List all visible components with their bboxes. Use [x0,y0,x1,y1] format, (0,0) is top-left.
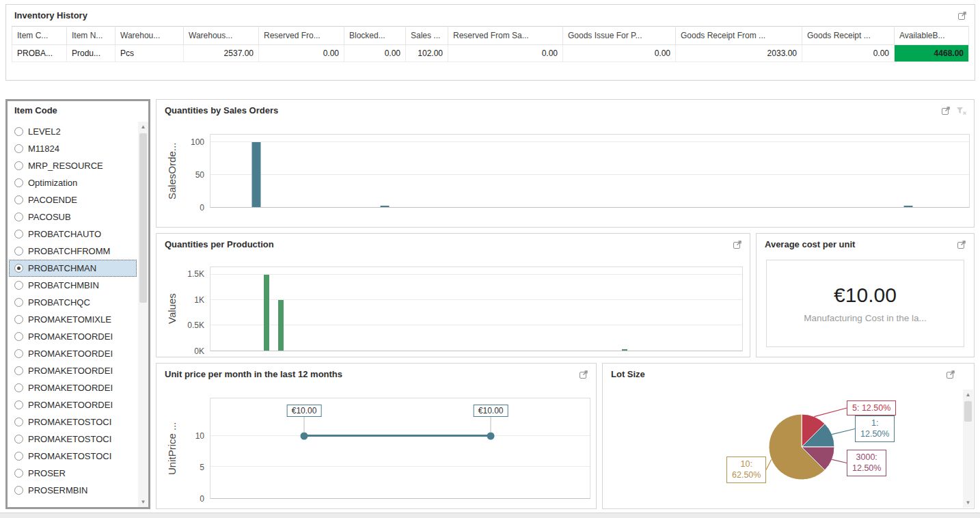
item-code-option[interactable]: MRP_RESOURCE [9,157,137,174]
y-axis-ticks: 0510 [178,398,210,499]
item-code-option[interactable]: PROSER [9,465,137,482]
radio-icon [14,264,23,273]
pie-label-5: 5: 12.50% [847,400,896,415]
production-chart-panel: Quantities per Production Values 0K0.5K1… [156,233,750,357]
item-code-option[interactable]: LEVEL2 [9,123,137,140]
lot-size-header: Lot Size [603,364,974,380]
item-code-option[interactable]: PROBATCHQC [9,294,137,311]
item-code-option[interactable]: PACOENDE [9,191,137,208]
bar[interactable] [904,206,913,207]
item-code-option[interactable]: PROMAKETOORDEI [9,396,137,413]
column-header-reserved-from-sales[interactable]: Reserved From Sa... [448,27,563,45]
item-code-option[interactable]: Optimization [9,174,137,191]
export-icon[interactable] [732,239,743,250]
export-icon[interactable] [945,369,956,380]
column-header-available[interactable]: AvailableB... [895,27,969,45]
production-header: Quantities per Production [156,234,750,250]
sales-orders-header: Quantities by Sales Orders [156,100,974,116]
scroll-thumb[interactable] [964,401,972,422]
bar[interactable] [251,142,260,207]
clear-filter-icon[interactable] [955,105,967,116]
radio-icon [14,195,23,204]
item-code-option[interactable]: PACOSUB [9,208,137,226]
column-header-item-code[interactable]: Item C... [12,27,67,45]
item-code-option[interactable]: PROMAKETOSTOCI [9,431,137,448]
column-header-warehouse-uom[interactable]: Warehou... [115,27,184,45]
item-code-option[interactable]: PROMAKETOSTOCI [9,448,137,465]
radio-icon [14,230,23,238]
column-header-goods-receipt[interactable]: Goods Receipt ... [802,27,895,45]
item-code-list: LEVEL2M11824MRP_RESOURCEOptimizationPACO… [9,123,137,506]
panel-title: Quantities by Sales Orders [165,105,278,115]
item-code-option[interactable]: PROMAKETOORDEI [9,345,137,362]
column-header-reserved-from[interactable]: Reserved Fro... [259,27,344,45]
lot-size-chart-panel: Lot Size 5: 12.50% 1:12.50% 3000:12.50% … [602,363,975,509]
label-leader-line [491,417,491,432]
radio-icon [14,486,23,495]
radio-icon [14,213,23,221]
y-tick-label: 1K [194,295,204,305]
column-header-item-name[interactable]: Item N... [67,27,115,45]
column-header-goods-issue[interactable]: Goods Issue For P... [563,27,676,45]
cell-goods-receipt: 0.00 [802,45,895,62]
column-header-warehouse-qty[interactable]: Warehous... [184,27,259,45]
item-code-option[interactable]: PROBATCHFROMM [9,243,137,260]
point-value-label: €10.00 [474,405,508,417]
bar[interactable] [622,349,627,351]
scroll-up-icon[interactable]: ▲ [138,122,148,132]
pie-callout-line [766,459,772,469]
inventory-table-row[interactable]: PROBA... Produ... Pcs 2537.00 0.00 0.00 … [12,45,969,62]
production-plot [210,267,743,351]
radio-icon [14,418,23,426]
bar[interactable] [278,300,284,351]
pie-callout-line [832,429,855,435]
y-tick-label: 5 [200,463,204,472]
export-icon[interactable] [940,105,951,116]
inventory-table: Item C... Item N... Warehou... Warehous.… [12,26,969,62]
radio-icon [14,161,23,170]
sales-orders-chart: SalesOrde... 050100 [165,134,970,208]
item-code-option[interactable]: PROMAKETOORDEI [9,379,137,396]
scroll-thumb[interactable] [139,133,147,303]
inventory-header-row: Item C... Item N... Warehou... Warehous.… [12,27,969,45]
item-code-option[interactable]: PROBATCHMAN [9,260,137,277]
export-icon[interactable] [956,239,967,250]
column-header-blocked[interactable]: Blocked... [344,27,406,45]
scroll-up-icon[interactable]: ▲ [963,390,973,400]
radio-icon [14,349,23,358]
bar[interactable] [381,206,390,207]
item-code-label: PROMAKETOORDEI [28,331,113,342]
radio-icon [14,469,23,478]
export-icon[interactable] [578,369,589,380]
y-tick-label: 100 [191,137,204,147]
radio-icon [14,366,23,375]
bar[interactable] [264,275,269,351]
item-code-title: Item Code [14,105,57,115]
item-code-option[interactable]: PROMAKETOORDEI [9,328,137,345]
cell-blocked: 0.00 [344,45,406,62]
line-segment [304,435,491,437]
item-code-option[interactable]: M11824 [9,140,137,157]
item-code-option[interactable]: PROSERMBIN [9,482,137,499]
data-point[interactable] [487,432,495,439]
item-code-option[interactable]: PROMAKETOORDEI [9,362,137,379]
unit-price-chart: UnitPrice ... 0510 €10.00€10.00 [165,398,590,499]
item-code-option[interactable]: PROBATCHAUTO [9,226,137,243]
column-header-sales[interactable]: Sales ... [406,27,448,45]
item-code-label: PROBATCHMBIN [28,280,99,290]
scroll-down-icon[interactable]: ▼ [963,497,973,508]
average-cost-caption: Manufacturing Cost in the la... [804,313,926,323]
inventory-history-panel: Inventory History Item C... [5,4,975,81]
y-tick-label: 0.5K [187,321,204,330]
column-header-goods-receipt-from[interactable]: Goods Receipt From ... [676,27,802,45]
item-code-option[interactable]: PROBATCHMBIN [9,277,137,294]
item-code-option[interactable]: PROMAKETOSTOCI [9,413,137,431]
radio-icon [14,435,23,444]
average-cost-value: €10.00 [834,284,897,307]
radio-icon [14,400,23,409]
item-code-option[interactable]: PROMAKETOMIXLE [9,311,137,328]
item-code-filter-panel: Item Code LEVEL2M11824MRP_RESOURCEOptimi… [5,99,150,509]
data-point[interactable] [301,432,308,439]
scroll-down-icon[interactable]: ▼ [138,497,148,507]
export-icon[interactable] [957,10,968,21]
